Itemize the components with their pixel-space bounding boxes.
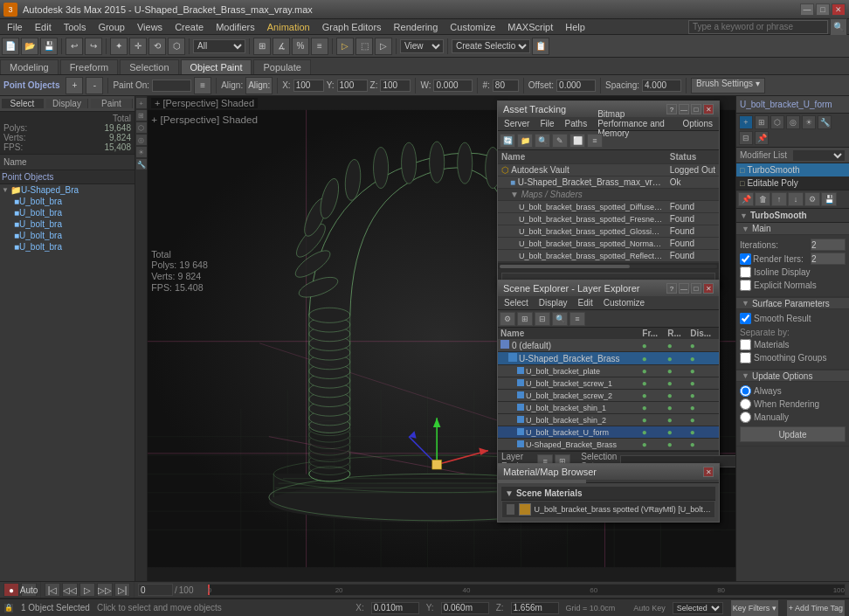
modifier-list-dropdown[interactable] xyxy=(792,149,846,162)
menu-rendering[interactable]: Rendering xyxy=(389,21,444,33)
asset-row-file[interactable]: ■ U-Shaped_Bracket_Brass_max_vray.max Ok xyxy=(498,176,719,189)
render-iters-checkbox[interactable] xyxy=(740,253,751,265)
se-menu-edit[interactable]: Edit xyxy=(574,297,597,308)
render-last-btn[interactable]: ▷ xyxy=(375,38,392,55)
named-sel-btn[interactable]: 📋 xyxy=(532,38,549,55)
rotate-btn[interactable]: ⟲ xyxy=(148,38,166,55)
always-radio[interactable] xyxy=(740,385,751,397)
tree-item-2[interactable]: ■ U_bolt_bra xyxy=(0,207,135,218)
hierarchy-panel-tab[interactable]: ⬡ xyxy=(770,115,784,129)
paint-on-input[interactable] xyxy=(152,80,191,92)
offset-input[interactable] xyxy=(556,80,596,92)
motion-panel-tab[interactable]: ◎ xyxy=(786,115,800,129)
asset-close-btn[interactable]: ✕ xyxy=(703,104,714,114)
prev-frame-btn[interactable]: |◁ xyxy=(45,583,60,597)
menu-tools[interactable]: Tools xyxy=(59,21,92,33)
set-key-btn[interactable]: ● xyxy=(3,583,19,597)
display-icon[interactable]: ☀ xyxy=(136,147,147,157)
iterations-input[interactable] xyxy=(811,239,846,251)
menu-views[interactable]: Views xyxy=(132,21,168,33)
menu-graph-editors[interactable]: Graph Editors xyxy=(317,21,387,33)
modify-panel-tab[interactable]: ⊞ xyxy=(755,115,769,129)
material-item-1[interactable]: U_bolt_bracket_brass spotted (VRayMtl) [… xyxy=(501,501,715,518)
asset-tb-6[interactable]: ≡ xyxy=(587,134,603,148)
add-object-btn[interactable]: + xyxy=(66,77,83,94)
se-resize-btn[interactable]: □ xyxy=(691,283,701,294)
se-help-btn[interactable]: ? xyxy=(666,283,677,294)
asset-row-glossines[interactable]: U_bolt_bracket_brass_spotted_Glossines.p… xyxy=(498,225,719,238)
smooth-result-checkbox[interactable] xyxy=(740,313,751,324)
angle-snap-btn[interactable]: ∡ xyxy=(273,38,290,55)
new-btn[interactable]: 📄 xyxy=(2,38,19,55)
play-fwd-btn[interactable]: ▷▷ xyxy=(97,583,113,597)
main-rollout[interactable]: ▼ Main xyxy=(736,223,849,235)
asset-menu-options[interactable]: Options xyxy=(679,118,717,129)
fill-input[interactable] xyxy=(493,80,519,92)
add-time-tag-btn[interactable]: + Add Time Tag xyxy=(786,599,846,617)
spacing-input[interactable] xyxy=(642,80,681,92)
manually-radio[interactable] xyxy=(740,412,751,423)
asset-menu-server[interactable]: Server xyxy=(500,118,534,129)
menu-maxscript[interactable]: MAXScript xyxy=(502,21,558,33)
turbosmoother-section-header[interactable]: ▼ TurboSmooth xyxy=(736,209,849,223)
paint-on-picker[interactable]: ≡ xyxy=(194,77,211,94)
menu-animation[interactable]: Animation xyxy=(262,21,315,33)
coord-z-input[interactable] xyxy=(511,602,559,614)
se-row-plate[interactable]: U_bolt_bracket_plate ● ● ● xyxy=(498,365,719,377)
asset-row-normal[interactable]: U_bolt_bracket_brass_spotted_Normal.png … xyxy=(498,238,719,250)
modify-icon[interactable]: ⊞ xyxy=(136,110,147,121)
search-button[interactable]: 🔍 xyxy=(830,18,847,36)
percent-snap-btn[interactable]: % xyxy=(292,38,309,55)
explicit-normals-checkbox[interactable] xyxy=(740,280,751,291)
se-row-shin1[interactable]: U_bolt_bracket_shin_1 ● ● ● xyxy=(498,402,719,414)
menu-customize[interactable]: Customize xyxy=(445,21,500,33)
save-btn[interactable]: 💾 xyxy=(40,38,58,55)
w-input[interactable] xyxy=(433,80,473,92)
when-rendering-radio[interactable] xyxy=(740,398,751,410)
minimize-button[interactable]: — xyxy=(800,3,814,16)
hierarchy-icon[interactable]: ⬡ xyxy=(136,122,147,133)
viewport[interactable]: + [Perspective] Shaded xyxy=(148,96,735,581)
key-filters-btn[interactable]: Key Filters ▾ xyxy=(730,599,779,617)
scene-materials-header[interactable]: ▼ Scene Materials xyxy=(501,487,715,501)
se-tb-filter[interactable]: ⚙ xyxy=(500,312,515,326)
play-btn[interactable]: ▷ xyxy=(79,583,95,597)
se-tb-expand[interactable]: ⊞ xyxy=(517,312,533,326)
tree-item-3[interactable]: ■ U_bolt_bra xyxy=(0,218,135,230)
menu-edit[interactable]: Edit xyxy=(30,21,57,33)
render-region-btn[interactable]: ⬚ xyxy=(355,38,373,55)
se-tb-options[interactable]: ≡ xyxy=(569,312,585,326)
tree-item-4[interactable]: ■ U_bolt_bra xyxy=(0,230,135,241)
close-button[interactable]: ✕ xyxy=(832,3,846,16)
utilities-panel-tab[interactable]: 🔧 xyxy=(818,115,832,129)
create-panel-tab[interactable]: + xyxy=(739,115,753,129)
tab-selection[interactable]: Selection xyxy=(120,59,178,74)
mod-pin-btn[interactable]: 📌 xyxy=(738,192,754,206)
se-close-btn[interactable]: ✕ xyxy=(703,283,714,294)
autokey-select[interactable]: Selected xyxy=(673,602,723,614)
select-btn[interactable]: ✦ xyxy=(110,38,128,55)
y-input[interactable] xyxy=(337,80,368,92)
mb-close-btn[interactable]: ✕ xyxy=(703,467,714,477)
x-input[interactable] xyxy=(293,80,324,92)
se-row-default[interactable]: 0 (default) ● ● ● xyxy=(498,339,719,352)
menu-modifiers[interactable]: Modifiers xyxy=(211,21,260,33)
brush-settings-btn[interactable]: Brush Settings ▾ xyxy=(691,78,765,93)
viewport-select[interactable]: View xyxy=(400,39,444,53)
asset-menu-file[interactable]: File xyxy=(535,118,558,129)
coord-y-input[interactable] xyxy=(441,602,489,614)
se-menu-select[interactable]: Select xyxy=(500,297,533,308)
se-row-bracket2[interactable]: U-Shaped_Bracket_Brass ● ● ● xyxy=(498,439,719,451)
modifier-turbosmoother[interactable]: □ TurboSmooth xyxy=(736,163,849,176)
display-panel-tab[interactable]: ☀ xyxy=(802,115,816,129)
menu-help[interactable]: Help xyxy=(560,21,590,33)
play-back-btn[interactable]: ◁◁ xyxy=(62,583,78,597)
tree-item-root[interactable]: ▼ 📁 U-Shaped_Bra xyxy=(0,184,135,196)
asset-minimize-btn[interactable]: — xyxy=(679,104,689,114)
snap-btn[interactable]: ⊞ xyxy=(253,38,271,55)
se-row-screw2[interactable]: U_bolt_bracket_screw_2 ● ● ● xyxy=(498,390,719,402)
update-btn[interactable]: Update xyxy=(740,426,846,442)
asset-tb-4[interactable]: ✎ xyxy=(552,134,568,148)
asset-tb-1[interactable]: 🔄 xyxy=(500,134,515,148)
tab-object-paint[interactable]: Object Paint xyxy=(181,59,252,74)
